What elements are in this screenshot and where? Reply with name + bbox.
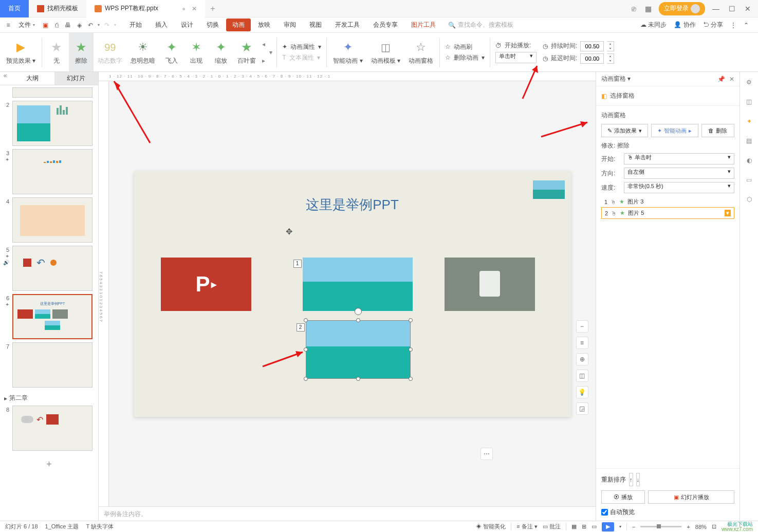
- zoom-out[interactable]: −: [632, 524, 635, 530]
- slide-thumb-2[interactable]: [12, 101, 93, 146]
- tab-view[interactable]: 视图: [303, 19, 328, 31]
- maximize-button[interactable]: ☐: [727, 5, 737, 13]
- slide-thumb-4[interactable]: [12, 197, 93, 243]
- zoom-in[interactable]: +: [687, 524, 690, 530]
- anim-flash[interactable]: ☀ 忽明忽暗: [126, 33, 159, 71]
- duration-input[interactable]: [580, 41, 604, 51]
- print-icon[interactable]: 🖶: [64, 21, 72, 29]
- resize-handle-mr[interactable]: [409, 347, 413, 352]
- anim-zoom[interactable]: ✦ 缩放: [209, 33, 233, 71]
- close-tab-icon[interactable]: ✕: [192, 5, 197, 12]
- minimize-button[interactable]: —: [710, 5, 722, 13]
- sidebar-select-icon[interactable]: ◫: [744, 97, 754, 107]
- redo-icon[interactable]: ↷: [103, 21, 111, 29]
- tab-slideshow[interactable]: 放映: [252, 19, 276, 31]
- sidebar-anim-icon[interactable]: ✦: [744, 116, 754, 126]
- float-replace-button[interactable]: ◲: [576, 402, 588, 415]
- anim-scroll-right[interactable]: ▸: [262, 57, 265, 64]
- anim-fly-in[interactable]: ✦ 飞入: [159, 33, 184, 71]
- save-icon[interactable]: ▣: [41, 21, 49, 29]
- anim-none[interactable]: ★ 无: [44, 33, 69, 71]
- float-minus-button[interactable]: −: [576, 320, 588, 333]
- float-zoom-button[interactable]: ⊕: [576, 353, 588, 365]
- add-effect-button[interactable]: ✎ 添加效果 ▾: [601, 124, 648, 137]
- apps-icon[interactable]: ▦: [643, 5, 654, 13]
- sidebar-cloud-icon[interactable]: ◐: [744, 155, 754, 166]
- delay-down[interactable]: ▾: [607, 59, 614, 63]
- slide-title-text[interactable]: 这里是举例PPT: [134, 196, 571, 214]
- tab-review[interactable]: 审阅: [278, 19, 302, 31]
- zoom-slider[interactable]: [640, 526, 681, 527]
- anim-pane-button[interactable]: ☆ 动画窗格: [404, 33, 437, 71]
- smart-anim-button[interactable]: ✦ 智能动画 ▾: [329, 33, 366, 71]
- smart-beautify[interactable]: ◈ 智能美化: [476, 523, 506, 530]
- tab-picture-tools[interactable]: 图片工具: [405, 19, 442, 31]
- anim-blinds[interactable]: ★ 百叶窗: [233, 33, 260, 71]
- missing-fonts[interactable]: T 缺失字体: [86, 523, 114, 530]
- command-search[interactable]: 🔍 查找命令、搜索模板: [448, 21, 513, 29]
- selected-image[interactable]: [306, 320, 411, 379]
- slide-thumb-6[interactable]: 这里是举例PPT: [12, 294, 93, 339]
- float-layers-button[interactable]: ≡: [576, 337, 588, 349]
- close-window-button[interactable]: ✕: [743, 5, 753, 13]
- collapse-thumbs[interactable]: «: [0, 72, 10, 85]
- sidebar-cube-icon[interactable]: ⬡: [744, 194, 754, 205]
- collapse-ribbon-icon[interactable]: ⌃: [744, 22, 749, 29]
- slide-thumb-1-partial[interactable]: [12, 87, 93, 98]
- sidebar-props-icon[interactable]: ▤: [744, 136, 754, 146]
- auto-preview-checkbox[interactable]: 自动预览: [601, 508, 734, 517]
- close-pane-icon[interactable]: ✕: [729, 76, 734, 83]
- view-normal-icon[interactable]: ▦: [571, 523, 577, 530]
- preview-effect-button[interactable]: ▶ 预览效果 ▾: [2, 33, 40, 71]
- document-tab[interactable]: WPS PPT教程.pptx ● ✕: [86, 0, 205, 17]
- anim-properties[interactable]: ✦ 动画属性 ▾: [282, 43, 321, 51]
- view-sorter-icon[interactable]: ⊞: [582, 523, 586, 530]
- sidebar-presentation-icon[interactable]: ▭: [744, 175, 754, 185]
- start-select[interactable]: 🖱 单击时▾: [624, 153, 734, 164]
- slideshow-play-button[interactable]: ▣ 幻灯片播放: [648, 490, 734, 504]
- reorder-down[interactable]: ↓: [636, 473, 640, 486]
- collab-button[interactable]: 👤 协作: [674, 21, 695, 29]
- delete-anim[interactable]: ☆ 删除动画 ▾: [445, 53, 485, 62]
- tab-design[interactable]: 设计: [175, 19, 199, 31]
- anim-tag-2[interactable]: 2: [297, 323, 305, 332]
- notes-toggle[interactable]: ≡ 备注 ▾: [516, 523, 538, 530]
- anim-gallery-more[interactable]: ▾: [267, 49, 274, 56]
- home-tab[interactable]: 首页: [0, 0, 29, 17]
- tab-transition[interactable]: 切换: [200, 19, 225, 31]
- anim-item-menu[interactable]: ▾: [725, 210, 731, 216]
- start-play-select[interactable]: 单击时▾: [495, 52, 537, 63]
- undo-dropdown[interactable]: ▾: [98, 23, 100, 27]
- tab-dev[interactable]: 开发工具: [329, 19, 366, 31]
- resize-handle-tc[interactable]: [356, 318, 360, 322]
- template-tab[interactable]: 找稻壳模板: [29, 0, 86, 17]
- anim-list-item-2[interactable]: 2🖱★图片 5 ▾: [601, 207, 734, 219]
- delay-up[interactable]: ▴: [607, 54, 614, 59]
- login-button[interactable]: 立即登录: [659, 2, 705, 15]
- slides-tab[interactable]: 幻灯片: [54, 72, 99, 85]
- delay-input[interactable]: [580, 53, 604, 64]
- play-anim-button[interactable]: ⦿ 播放: [601, 490, 645, 504]
- float-more-button[interactable]: ⋯: [480, 448, 493, 460]
- float-crop-button[interactable]: ◫: [576, 370, 588, 382]
- preview-icon[interactable]: ◈: [75, 21, 83, 29]
- export-icon[interactable]: ⎙: [52, 21, 61, 29]
- slide-canvas[interactable]: 这里是举例PPT ✥ P▸ 1 2: [134, 171, 571, 417]
- resize-handle-tl[interactable]: [304, 318, 308, 322]
- smart-anim-pane-button[interactable]: ✦ 智能动画 ▸: [651, 124, 698, 137]
- pin-icon[interactable]: 📌: [717, 76, 725, 83]
- tab-start[interactable]: 开始: [123, 19, 148, 31]
- direction-select[interactable]: 自左侧▾: [624, 168, 734, 179]
- notes-area[interactable]: 举例备注内容。: [99, 506, 596, 521]
- undo-icon[interactable]: ↶: [86, 21, 95, 29]
- slideshow-button[interactable]: ▶: [602, 522, 614, 531]
- anim-brush[interactable]: ☆ 动画刷: [445, 43, 485, 51]
- tab-insert[interactable]: 插入: [149, 19, 174, 31]
- resize-handle-bc[interactable]: [356, 377, 360, 381]
- anim-tag-1[interactable]: 1: [293, 260, 302, 268]
- zoom-level[interactable]: 88%: [695, 524, 707, 530]
- add-tab-button[interactable]: +: [205, 4, 220, 13]
- duration-up[interactable]: ▴: [607, 42, 614, 46]
- beach-image-1[interactable]: [303, 258, 413, 311]
- chapter-2[interactable]: ▸第二章: [2, 391, 96, 406]
